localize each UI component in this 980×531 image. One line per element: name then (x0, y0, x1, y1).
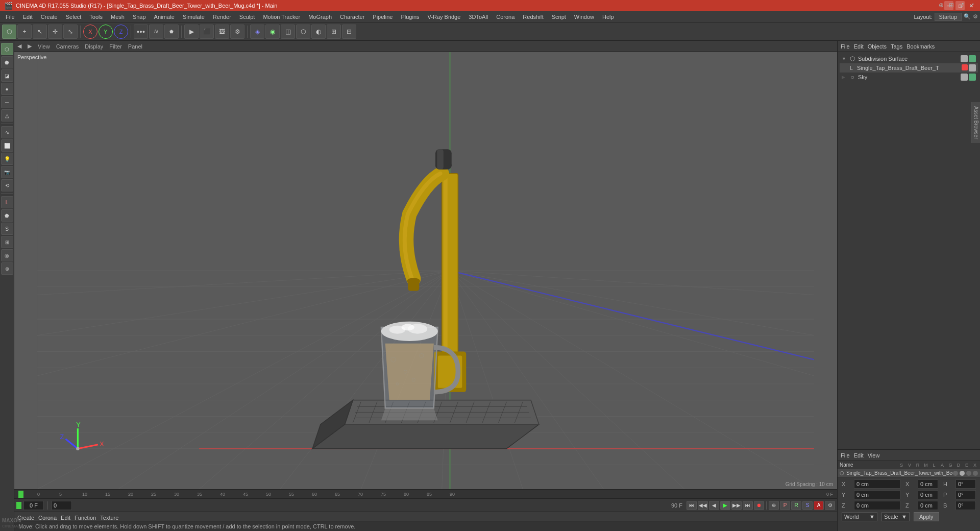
face-tool-button[interactable]: △ (1, 109, 13, 122)
hair-tool[interactable]: S (1, 223, 13, 235)
next-frame-button[interactable]: ▶▶ (731, 501, 742, 510)
am-flag-3[interactable] (966, 471, 971, 476)
am-b-val[interactable]: 0° (955, 501, 976, 510)
viewport-nav-panel[interactable]: Panel (128, 43, 142, 50)
frame-input[interactable] (52, 501, 72, 510)
am-h-rot[interactable]: 0 cm (918, 479, 938, 489)
primitive-tool[interactable]: ⬜ (1, 139, 13, 152)
layout-value[interactable]: Startup (935, 13, 962, 21)
am-menu-file[interactable]: File (841, 452, 850, 458)
prev-frame-button[interactable]: ◀◀ (698, 501, 708, 510)
menu-animate[interactable]: Animate (151, 13, 178, 21)
menu-corona[interactable]: Corona (493, 13, 518, 21)
am-p-val[interactable]: 0° (955, 490, 976, 499)
menu-select[interactable]: Select (62, 13, 85, 21)
om-toggle-vis-subdivision[interactable] (961, 55, 968, 62)
menu-file[interactable]: File (2, 13, 18, 21)
add-pos-keyframe[interactable]: P (780, 501, 790, 510)
x-axis-button[interactable]: X (83, 25, 97, 39)
add-scale-keyframe[interactable]: S (802, 501, 813, 510)
am-object-row[interactable]: ⬡ Single_Tap_Brass_Draft_Beer_Tower_with… (838, 469, 980, 477)
auto-keyframe[interactable]: A (814, 501, 824, 510)
nav-arrow-back[interactable]: ◀ (17, 43, 21, 50)
viewport-nav-filter[interactable]: Filter (109, 43, 121, 50)
mat-menu-texture[interactable]: Texture (100, 515, 118, 521)
menu-redshift[interactable]: Redshift (519, 13, 547, 21)
am-flag-4[interactable] (973, 471, 978, 476)
record-button[interactable]: ⏺ (754, 501, 764, 510)
scale-button[interactable]: ⤡ (63, 25, 78, 39)
menu-window[interactable]: Window (571, 13, 598, 21)
mograph-tool[interactable]: ⊞ (1, 236, 13, 248)
om-menu-objects[interactable]: Objects (868, 43, 887, 50)
nav-arrow-forward[interactable]: ▶ (28, 43, 32, 50)
sculpt-tool[interactable]: ⬟ (1, 209, 13, 222)
menu-simulate[interactable]: Simulate (179, 13, 208, 21)
menu-help[interactable]: Help (599, 13, 618, 21)
texture-tool-button[interactable]: ◪ (1, 69, 13, 82)
am-menu-edit[interactable]: Edit (854, 452, 864, 458)
vertex-tool-button[interactable]: ● (1, 83, 13, 95)
render-settings[interactable]: ⚙ (230, 25, 244, 39)
viewport-maximize-icon[interactable]: ⤢ (968, 1, 976, 9)
asset-browser-tab[interactable]: Asset Browser (971, 102, 980, 143)
om-toggle-vis-sky[interactable] (961, 74, 968, 81)
mat-menu-function[interactable]: Function (75, 515, 96, 521)
play-button[interactable]: ▶ (720, 501, 730, 510)
viewport-canvas[interactable]: Perspective Grid Spacing : 10 cm (14, 52, 837, 489)
coord-mode-dropdown[interactable]: World ▼ (842, 512, 877, 521)
z-axis-button[interactable]: Z (114, 25, 128, 39)
am-z-pos[interactable]: 0 cm (854, 501, 900, 510)
object-tool-button[interactable]: ⬡ (1, 43, 13, 55)
display-type-btn[interactable]: ◈ (250, 25, 264, 39)
om-menu-edit[interactable]: Edit (854, 43, 864, 50)
menu-3dtoall[interactable]: 3DToAll (465, 13, 492, 21)
menu-create[interactable]: Create (37, 13, 61, 21)
menu-render[interactable]: Render (209, 13, 235, 21)
move-button[interactable]: ✛ (48, 25, 62, 39)
y-axis-button[interactable]: Y (99, 25, 113, 39)
menu-sculpt[interactable]: Sculpt (236, 13, 259, 21)
om-menu-tags[interactable]: Tags (891, 43, 902, 50)
spline-tool[interactable]: ∿ (1, 126, 13, 138)
viewport-rotate-icon[interactable]: ↺ (958, 1, 966, 9)
display-shade-btn[interactable]: ◉ (265, 25, 280, 39)
add-rot-keyframe[interactable]: R (791, 501, 801, 510)
transform-mode-dropdown[interactable]: Scale ▼ (881, 512, 910, 521)
mat-menu-corona[interactable]: Corona (38, 515, 57, 521)
am-x-pos[interactable]: 0 cm (854, 479, 900, 489)
om-toggle-render-sky[interactable] (969, 74, 976, 81)
om-item-single-tap[interactable]: L Single_Tap_Brass_Draft_Beer_Tower_with… (840, 63, 978, 73)
timeline-settings[interactable]: ⚙ (825, 501, 835, 510)
render-to-view[interactable]: ▶ (184, 25, 199, 39)
viewport-zoom-icon[interactable]: ⊞ (947, 1, 955, 9)
polygon-mode-button[interactable]: ⬟ (164, 25, 179, 39)
menu-motion-tracker[interactable]: Motion Tracker (259, 13, 304, 21)
menu-character[interactable]: Character (336, 13, 368, 21)
model-mode-button[interactable]: ⬡ (2, 25, 16, 39)
render-window[interactable]: 🖼 (215, 25, 229, 39)
display-flat-btn[interactable]: ⬡ (296, 25, 310, 39)
play-back-button[interactable]: ◀ (709, 501, 719, 510)
goto-end-button[interactable]: ⏭ (743, 501, 753, 510)
camera-tool[interactable]: 📷 (1, 166, 13, 178)
paint-tool[interactable]: L (1, 196, 13, 208)
viewport-move-icon[interactable]: ⊕ (937, 1, 945, 9)
edge-tool-button[interactable]: ─ (1, 96, 13, 108)
om-toggle-vis-single-tap[interactable] (969, 64, 976, 71)
menu-vray[interactable]: V-Ray Bridge (424, 13, 464, 21)
axis-mode-button[interactable]: + (17, 25, 32, 39)
display-grid-btn[interactable]: ⊞ (327, 25, 341, 39)
edges-mode-button[interactable]: /\/ (149, 25, 163, 39)
points-mode-button[interactable]: ●●● (134, 25, 148, 39)
menu-mesh[interactable]: Mesh (107, 13, 128, 21)
menu-plugins[interactable]: Plugins (397, 13, 423, 21)
am-flag-1[interactable] (953, 471, 958, 476)
om-menu-bookmarks[interactable]: Bookmarks (906, 43, 935, 50)
menu-edit[interactable]: Edit (19, 13, 36, 21)
menu-snap[interactable]: Snap (129, 13, 150, 21)
viewport-nav-cameras[interactable]: Cameras (56, 43, 79, 50)
om-item-subdivision[interactable]: ▼ ⬡ Subdivision Surface (840, 54, 978, 63)
am-h-val[interactable]: 0° (955, 479, 976, 489)
om-toggle-render-subdivision[interactable] (969, 55, 976, 62)
